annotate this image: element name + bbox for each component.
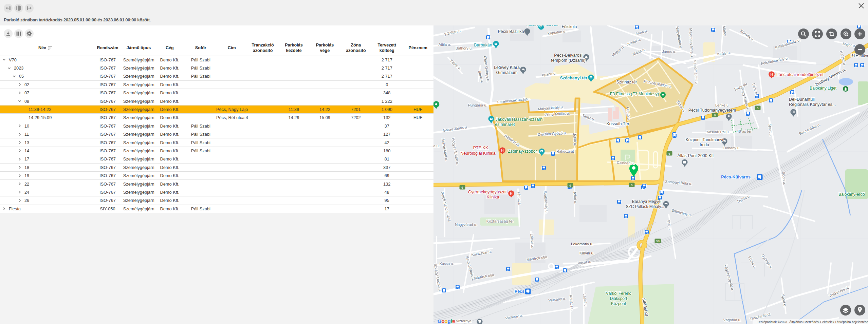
svg-text:e: e — [452, 318, 455, 324]
svg-text:Térképhiba bejelentése: Térképhiba bejelentése — [835, 320, 868, 324]
svg-text:g: g — [448, 318, 451, 324]
svg-text:o: o — [442, 318, 445, 324]
svg-text:o: o — [445, 318, 448, 324]
svg-text:Térképadatok ©2023: Térképadatok ©2023 — [757, 320, 787, 324]
svg-text:Általános Szerződési Feltétele: Általános Szerződési Feltételek — [789, 320, 834, 324]
svg-text:G: G — [438, 318, 442, 324]
